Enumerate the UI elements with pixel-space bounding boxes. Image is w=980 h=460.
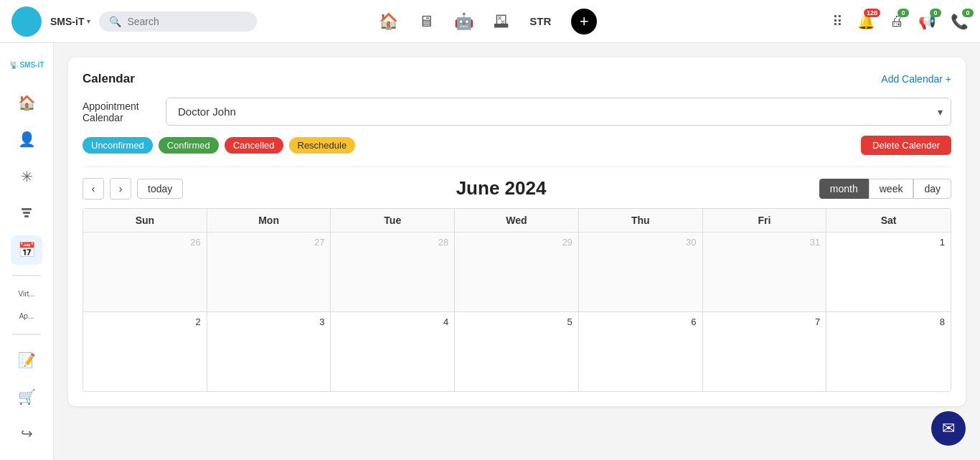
svg-rect-2 xyxy=(24,215,29,217)
search-bar[interactable]: 🔍 xyxy=(99,11,257,32)
cal-cell-31[interactable]: 31 xyxy=(703,233,827,311)
sidebar-item-home[interactable]: 🏠 xyxy=(11,88,42,117)
cal-date: 4 xyxy=(336,316,448,327)
appointment-row: AppointmentCalendar Doctor John Doctor S… xyxy=(83,98,951,126)
print-icon[interactable]: 🖨 0 xyxy=(890,13,904,29)
sidebar-text-ap[interactable]: Ap... xyxy=(5,309,48,324)
home-nav-icon[interactable]: 🏠 xyxy=(379,12,398,31)
cal-cell-27[interactable]: 27 xyxy=(207,233,331,311)
cal-date: 31 xyxy=(709,237,821,248)
cal-date: 1 xyxy=(832,237,945,248)
chat-bubble[interactable]: ✉ xyxy=(931,411,966,446)
cal-week-2: 2 3 4 5 6 7 8 xyxy=(83,312,951,391)
str-nav-label[interactable]: STR xyxy=(529,15,551,27)
day-header-sat: Sat xyxy=(826,209,951,232)
appointment-calendar-label: AppointmentCalendar xyxy=(83,100,154,123)
badge-cancelled: Cancelled xyxy=(225,137,283,154)
search-icon: 🔍 xyxy=(109,16,121,27)
sidebar-item-user[interactable]: 👤 xyxy=(11,125,42,154)
cal-cell-1[interactable]: 1 xyxy=(826,233,951,311)
today-button[interactable]: today xyxy=(137,179,183,199)
main-layout: 📡 SMS-iT 🏠 👤 ✳ 📅 Virt... Ap... 📝 🛒 ↪ Cal… xyxy=(0,43,980,460)
sidebar-item-network[interactable]: ✳ xyxy=(11,161,42,191)
calendar-title: Calendar xyxy=(83,72,135,86)
cal-date: 30 xyxy=(585,237,697,248)
day-header-wed: Wed xyxy=(455,209,579,232)
view-week-button[interactable]: week xyxy=(869,179,914,199)
topnav: SMS-iT ▾ 🔍 🏠 🖥 🤖 🗳 STR + ⠿ 🔔 128 🖨 0 📢 0… xyxy=(0,0,980,43)
cal-date: 2 xyxy=(89,316,201,327)
cal-date: 29 xyxy=(461,237,573,248)
doctor-select-wrap: Doctor John Doctor Smith Doctor Lee ▾ xyxy=(166,98,951,126)
sidebar-item-edit[interactable]: 📝 xyxy=(11,345,42,375)
cal-date: 8 xyxy=(832,316,945,327)
cal-date: 6 xyxy=(585,316,697,327)
monitor-nav-icon[interactable]: 🖥 xyxy=(418,12,434,31)
cal-cell-5[interactable]: 5 xyxy=(455,312,579,391)
view-day-button[interactable]: day xyxy=(913,179,951,199)
doctor-select[interactable]: Doctor John Doctor Smith Doctor Lee xyxy=(166,98,951,126)
sidebar-item-export[interactable]: ↪ xyxy=(11,419,42,449)
cal-cell-28[interactable]: 28 xyxy=(331,233,455,311)
megaphone-badge: 0 xyxy=(930,9,941,17)
svg-rect-1 xyxy=(23,212,30,214)
search-input[interactable] xyxy=(127,16,247,27)
badge-confirmed: Confirmed xyxy=(159,137,219,154)
next-month-button[interactable]: › xyxy=(110,178,131,200)
cal-week-1: 26 27 28 29 30 31 1 xyxy=(83,233,951,312)
sidebar: 📡 SMS-iT 🏠 👤 ✳ 📅 Virt... Ap... 📝 🛒 ↪ xyxy=(0,43,54,460)
phone-badge: 0 xyxy=(962,9,974,17)
cal-date: 26 xyxy=(89,237,201,248)
sidebar-item-calendar[interactable]: 📅 xyxy=(11,235,42,265)
delete-calendar-button[interactable]: Delete Calender xyxy=(861,136,951,155)
sidebar-logo-text: 📡 SMS-iT xyxy=(9,61,44,69)
print-badge: 0 xyxy=(897,9,909,17)
day-header-mon: Mon xyxy=(207,209,331,232)
cal-date: 5 xyxy=(461,316,573,327)
cal-cell-29[interactable]: 29 xyxy=(455,233,579,311)
add-button[interactable]: + xyxy=(571,9,597,34)
calendar-card: Calendar Add Calendar + AppointmentCalen… xyxy=(68,57,966,406)
badge-reschedule: Reschedule xyxy=(289,137,356,154)
notifications-icon[interactable]: 🔔 128 xyxy=(857,13,875,30)
svg-rect-0 xyxy=(22,208,32,210)
day-header-fri: Fri xyxy=(703,209,827,232)
sidebar-divider xyxy=(12,275,41,276)
sidebar-item-cart[interactable]: 🛒 xyxy=(11,382,42,411)
sidebar-text-virt[interactable]: Virt... xyxy=(5,286,48,301)
nav-icons: ⠿ 🔔 128 🖨 0 📢 0 📞 0 xyxy=(832,13,969,30)
logo-avatar xyxy=(11,6,42,37)
sidebar-logo: 📡 SMS-iT xyxy=(9,55,44,75)
cal-cell-4[interactable]: 4 xyxy=(331,312,455,391)
prev-month-button[interactable]: ‹ xyxy=(83,178,104,200)
cal-view-buttons: month week day xyxy=(819,179,951,199)
day-header-thu: Thu xyxy=(579,209,703,232)
cal-cell-30[interactable]: 30 xyxy=(579,233,703,311)
sidebar-item-funnel[interactable] xyxy=(11,198,42,227)
day-header-tue: Tue xyxy=(331,209,455,232)
status-badges-row: Unconfirmed Confirmed Cancelled Reschedu… xyxy=(83,136,951,155)
cal-cell-26[interactable]: 26 xyxy=(83,233,207,311)
cal-header-row: Sun Mon Tue Wed Thu Fri Sat xyxy=(83,209,951,233)
megaphone-icon[interactable]: 📢 0 xyxy=(918,13,936,30)
card-header: Calendar Add Calendar + xyxy=(83,72,951,86)
cal-cell-8[interactable]: 8 xyxy=(826,312,951,391)
add-calendar-link[interactable]: Add Calendar + xyxy=(881,73,951,85)
cal-cell-6[interactable]: 6 xyxy=(579,312,703,391)
cal-cell-7[interactable]: 7 xyxy=(703,312,827,391)
tray-nav-icon[interactable]: 🗳 xyxy=(494,12,509,31)
view-month-button[interactable]: month xyxy=(819,179,869,199)
cal-date: 28 xyxy=(336,237,448,248)
brand-name: SMS-iT xyxy=(50,16,84,27)
calendar-controls: ‹ › today June 2024 month week day xyxy=(83,177,951,200)
robot-nav-icon[interactable]: 🤖 xyxy=(454,12,473,31)
phone-icon[interactable]: 📞 0 xyxy=(951,13,969,30)
month-title: June 2024 xyxy=(189,177,814,200)
cal-date: 7 xyxy=(709,316,821,327)
cal-cell-2[interactable]: 2 xyxy=(83,312,207,391)
grid-icon[interactable]: ⠿ xyxy=(832,13,843,30)
sidebar-divider-2 xyxy=(12,334,41,335)
brand-dropdown[interactable]: SMS-iT ▾ xyxy=(50,16,90,27)
notification-badge: 128 xyxy=(864,9,880,17)
cal-cell-3[interactable]: 3 xyxy=(207,312,331,391)
